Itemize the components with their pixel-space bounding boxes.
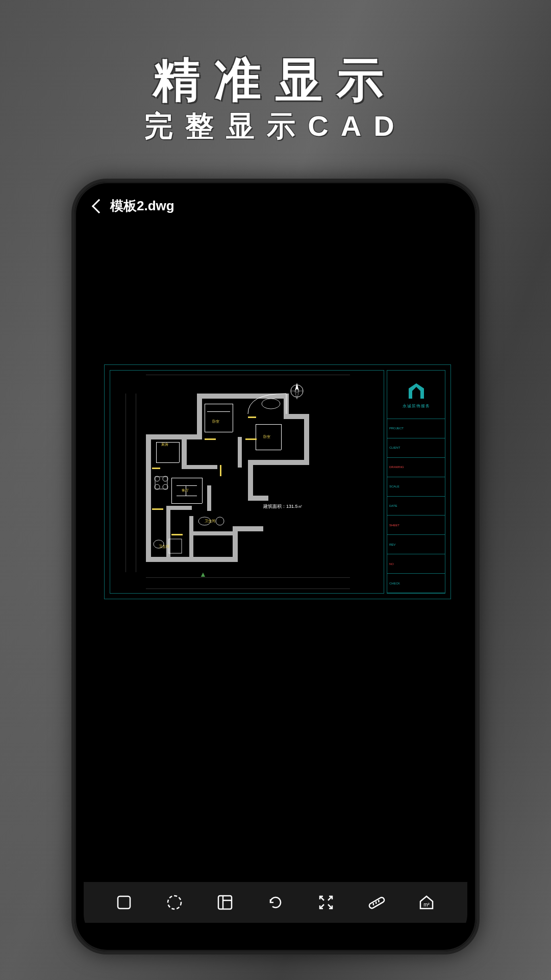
app-header: 模板2.dwg: [94, 197, 174, 215]
brand-logo: 永诚装饰服务: [387, 371, 445, 419]
svg-point-5: [155, 484, 160, 489]
svg-point-13: [168, 896, 181, 909]
room-label: 卧室: [263, 434, 270, 439]
title-block-row: NO: [387, 554, 445, 574]
room-label: 客厅: [182, 488, 189, 493]
svg-point-2: [262, 399, 280, 409]
room-label: 厨房: [161, 442, 168, 447]
promo-headline: 精准显示: [0, 48, 551, 112]
svg-line-24: [378, 900, 380, 902]
svg-point-4: [163, 476, 168, 481]
title-block-row: CHECK: [387, 574, 445, 593]
title-block-row: REV: [387, 535, 445, 554]
file-name-label: 模板2.dwg: [110, 197, 174, 215]
promo-subheadline: 完整显示CAD: [0, 107, 551, 146]
dimension-line: [146, 577, 350, 578]
fullscreen-button[interactable]: [313, 890, 339, 915]
title-block-row: CLIENT: [387, 438, 445, 458]
measure-button[interactable]: [364, 890, 389, 915]
layers-button[interactable]: [111, 890, 137, 915]
title-block-row: DRAWING: [387, 458, 445, 477]
svg-point-3: [155, 476, 160, 481]
title-block: 永诚装饰服务 PROJECT CLIENT DRAWING SCALE DATE…: [387, 370, 445, 594]
dimension-line: [146, 375, 350, 375]
reset-button[interactable]: [263, 890, 288, 915]
home-button[interactable]: m²: [414, 890, 439, 915]
dimension-line: [126, 394, 126, 572]
phone-mockup: 模板2.dwg: [71, 179, 480, 954]
svg-line-23: [375, 901, 377, 903]
cad-viewport[interactable]: 厨房 卧室 卧室 客厅 卫生间 卫生间 ▲ 建筑面积：131.5㎡: [104, 364, 451, 599]
title-block-row: SCALE: [387, 477, 445, 497]
svg-point-11: [216, 517, 224, 525]
room-label: 卧室: [212, 419, 219, 424]
svg-point-6: [163, 484, 168, 489]
brand-name: 永诚装饰服务: [403, 403, 430, 409]
svg-rect-12: [118, 896, 130, 909]
cad-drawing-frame: 厨房 卧室 卧室 客厅 卫生间 卫生间 ▲ 建筑面积：131.5㎡: [110, 370, 384, 594]
room-label: 卫生间: [205, 519, 215, 524]
phone-screen: 模板2.dwg: [84, 191, 467, 942]
bottom-toolbar: m²: [84, 882, 467, 923]
floor-plan: 厨房 卧室 卧室 客厅 卫生间 卫生间 ▲: [146, 394, 350, 572]
svg-rect-14: [218, 896, 232, 909]
entry-arrow-icon: ▲: [199, 570, 207, 578]
title-block-row: DATE: [387, 497, 445, 516]
dimension-line: [136, 394, 136, 572]
layout-button[interactable]: [212, 890, 238, 915]
svg-rect-9: [169, 539, 182, 553]
title-block-row: PROJECT: [387, 419, 445, 438]
balcony-curve: [245, 391, 291, 416]
svg-rect-21: [368, 897, 385, 910]
svg-text:m²: m²: [424, 902, 430, 908]
title-block-row: SHEET: [387, 516, 445, 535]
svg-line-22: [372, 903, 374, 905]
room-label: 卫生间: [159, 544, 169, 549]
area-label: 建筑面积：131.5㎡: [263, 503, 303, 510]
svg-rect-7: [155, 477, 167, 489]
dimension-line: [146, 589, 350, 589]
view-button[interactable]: [162, 890, 187, 915]
back-arrow-icon[interactable]: [92, 199, 106, 213]
